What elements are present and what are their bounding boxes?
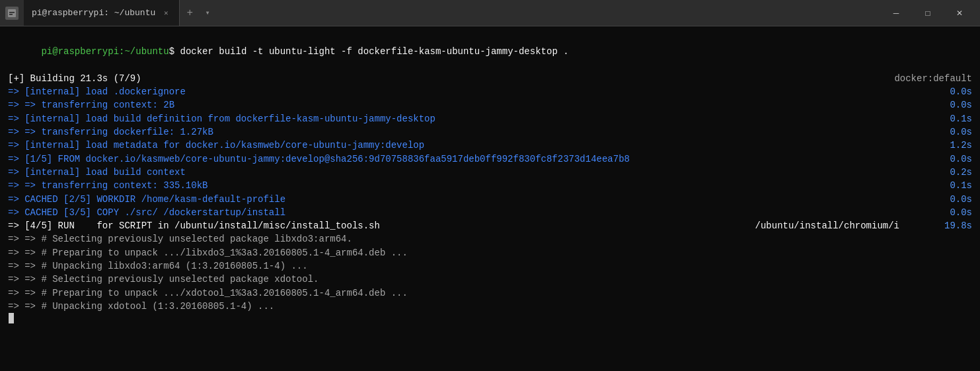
terminal-line: => => transferring context: 2B 0.0s — [8, 98, 972, 112]
terminal-line: => => # Selecting previously unselected … — [8, 273, 972, 286]
svg-rect-0 — [8, 9, 16, 17]
terminal-line: => [internal] load build context 0.2s — [8, 166, 972, 179]
terminal-output: pi@raspberrypi:~/ubuntu$ docker build -t… — [0, 26, 980, 371]
terminal-line: => [internal] load metadata for docker.i… — [8, 139, 972, 152]
close-button[interactable]: ✕ — [944, 3, 975, 24]
terminal-line: => => transferring dockerfile: 1.27kB 0.… — [8, 125, 972, 139]
minimize-button[interactable]: ─ — [881, 3, 911, 24]
terminal-line: => [internal] load .dockerignore 0.0s — [8, 85, 972, 98]
terminal-line: pi@raspberrypi:~/ubuntu$ docker build -t… — [8, 32, 972, 72]
terminal-line: => => # Preparing to unpack .../xdotool_… — [8, 287, 972, 300]
prompt-user: pi@raspberrypi — [41, 46, 119, 57]
svg-rect-1 — [9, 12, 15, 13]
terminal-line: => [4/5] RUN for SCRIPT in /ubuntu/insta… — [8, 219, 972, 232]
terminal-line: => CACHED [2/5] WORKDIR /home/kasm-defau… — [8, 193, 972, 206]
new-tab-button[interactable]: + — [180, 3, 200, 23]
prompt-path: :~/ubuntu — [119, 46, 169, 57]
tab-area: pi@raspberrypi: ~/ubuntu ✕ + ▾ — [24, 0, 881, 26]
window-controls: ─ □ ✕ — [881, 3, 975, 24]
terminal-line: => => # Unpacking xdotool (1:3.20160805.… — [8, 300, 972, 313]
terminal-cursor — [9, 313, 14, 323]
terminal-line: => => # Unpacking libxdo3:arm64 (1:3.201… — [8, 259, 972, 273]
terminal-line: => => # Selecting previously unselected … — [8, 232, 972, 246]
terminal-line: => => # Preparing to unpack .../libxdo3_… — [8, 246, 972, 259]
tab-label: pi@raspberrypi: ~/ubuntu — [32, 8, 155, 18]
terminal-line: [+] Building 21.3s (7/9) docker:default — [8, 72, 972, 85]
tab-main[interactable]: pi@raspberrypi: ~/ubuntu ✕ — [24, 0, 180, 26]
svg-rect-2 — [9, 14, 13, 15]
tab-close-button[interactable]: ✕ — [161, 8, 171, 18]
command-text: docker build -t ubuntu-light -f dockerfi… — [180, 46, 568, 57]
terminal-line: => [internal] load build definition from… — [8, 112, 972, 125]
maximize-button[interactable]: □ — [913, 3, 943, 24]
terminal-line: => => transferring context: 335.10kB 0.1… — [8, 179, 972, 192]
tab-dropdown-button[interactable]: ▾ — [200, 5, 215, 21]
terminal-line: => CACHED [3/5] COPY ./src/ /dockerstart… — [8, 206, 972, 219]
titlebar: pi@raspberrypi: ~/ubuntu ✕ + ▾ ─ □ ✕ — [0, 0, 980, 26]
terminal-line: => [1/5] FROM docker.io/kasmweb/core-ubu… — [8, 152, 972, 166]
app-icon — [5, 7, 19, 20]
cursor-line — [8, 313, 972, 323]
